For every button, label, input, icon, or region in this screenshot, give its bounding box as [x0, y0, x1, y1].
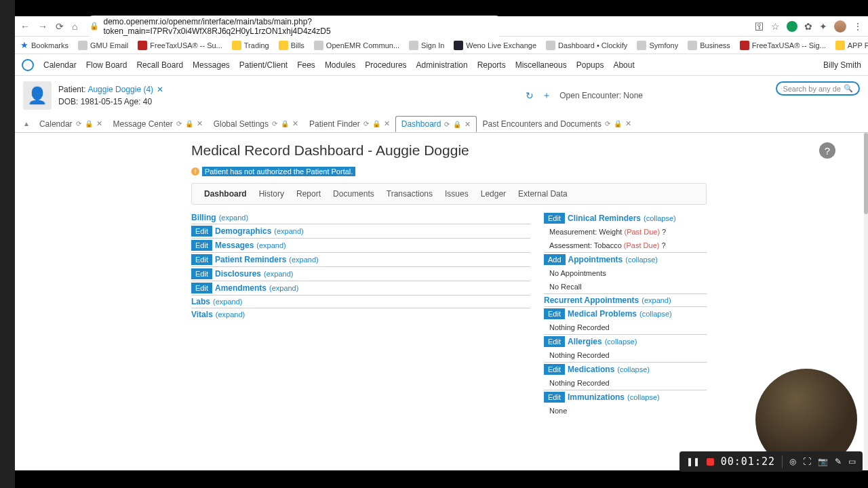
nav-misc[interactable]: Miscellaneous [515, 60, 567, 70]
section-title[interactable]: Immunizations [568, 392, 625, 402]
profile-avatar[interactable] [834, 20, 846, 33]
bookmark-item[interactable]: Symfony [637, 41, 678, 50]
tab-patient-finder[interactable]: Patient Finder ⟳ 🔒 ✕ [304, 116, 395, 131]
bookmark-item[interactable]: FreeTaxUSA® -- Su... [138, 41, 222, 50]
toggle-link[interactable]: (expand) [269, 284, 298, 292]
lock-icon[interactable]: 🔒 [281, 120, 289, 127]
tab-past-encounters-and-documents[interactable]: Past Encounters and Documents ⟳ 🔒 ✕ [477, 116, 636, 131]
lock-icon[interactable]: 🔒 [614, 120, 622, 127]
section-title[interactable]: Recurrent Appointments [544, 296, 639, 305]
subnav-report[interactable]: Report [296, 189, 321, 199]
nav-calendar[interactable]: Calendar [43, 60, 77, 70]
toggle-link[interactable]: (expand) [256, 241, 285, 249]
oemr-logo-icon[interactable] [22, 59, 34, 71]
toggle-link[interactable]: (expand) [216, 310, 245, 319]
close-icon[interactable]: ✕ [625, 119, 631, 128]
section-title[interactable]: Amendments [215, 283, 267, 293]
target-icon[interactable]: ◎ [789, 457, 796, 466]
nav-modules[interactable]: Modules [325, 60, 355, 70]
edit-button[interactable]: Edit [544, 213, 565, 224]
toggle-link[interactable]: (expand) [289, 256, 318, 264]
bookmark-item[interactable]: Business [688, 41, 730, 50]
close-icon[interactable]: ✕ [96, 119, 102, 128]
back-icon[interactable]: ← [20, 21, 30, 32]
edit-button[interactable]: Edit [544, 364, 565, 375]
star-icon[interactable]: ☆ [771, 21, 780, 32]
toggle-link[interactable]: (collapse) [644, 214, 676, 222]
nav-fees[interactable]: Fees [297, 60, 315, 70]
refresh-icon[interactable]: ⟳ [605, 120, 610, 127]
bookmark-item[interactable]: OpenEMR Commun... [314, 41, 399, 50]
close-icon[interactable]: ✕ [465, 120, 471, 129]
section-title[interactable]: Disclosures [215, 269, 261, 279]
toggle-link[interactable]: (collapse) [627, 393, 660, 401]
nav-flowboard[interactable]: Flow Board [86, 60, 127, 70]
nav-messages[interactable]: Messages [193, 60, 230, 70]
section-title[interactable]: Allergies [568, 337, 602, 346]
key-icon[interactable]: ⚿ [755, 21, 764, 32]
edit-button[interactable]: Edit [191, 283, 212, 293]
nav-recallboard[interactable]: Recall Board [136, 60, 183, 70]
section-title[interactable]: Labs [191, 297, 210, 306]
section-title[interactable]: Medications [568, 365, 614, 374]
pencil-icon[interactable]: ✎ [835, 457, 842, 466]
refresh-icon[interactable]: ⟳ [176, 120, 182, 127]
gear-icon[interactable]: ✿ [804, 21, 812, 32]
toggle-link[interactable]: (collapse) [625, 256, 658, 264]
tab-message-center[interactable]: Message Center ⟳ 🔒 ✕ [108, 116, 208, 131]
home-icon[interactable]: ⌂ [72, 21, 77, 32]
nav-administration[interactable]: Administration [416, 60, 468, 70]
toggle-link[interactable]: (collapse) [605, 338, 637, 346]
nav-patient[interactable]: Patient/Client [239, 60, 288, 70]
section-title[interactable]: Medical Problems [568, 309, 637, 319]
close-icon[interactable]: ✕ [197, 119, 203, 128]
section-title[interactable]: Clinical Reminders [568, 214, 641, 223]
current-user[interactable]: Billy Smith [823, 60, 861, 70]
nav-popups[interactable]: Popups [576, 60, 604, 70]
bookmark-item[interactable]: ★Bookmarks [20, 40, 68, 50]
bookmark-item[interactable]: Trading [232, 41, 269, 50]
section-title[interactable]: Billing [191, 213, 216, 222]
scrollbar[interactable] [864, 133, 868, 470]
bookmark-item[interactable]: FreeTaxUSA® -- Sig... [740, 41, 826, 50]
edit-button[interactable]: Edit [191, 254, 212, 265]
tab-dashboard[interactable]: Dashboard ⟳ 🔒 ✕ [395, 116, 477, 132]
patient-name-link[interactable]: Auggie Doggie (4) [87, 85, 153, 94]
section-title[interactable]: Appointments [568, 255, 623, 264]
lock-icon[interactable]: 🔒 [85, 120, 93, 127]
subnav-transactions[interactable]: Transactions [387, 189, 433, 199]
forward-icon[interactable]: → [38, 21, 47, 32]
help-icon[interactable]: ? [819, 142, 835, 159]
subnav-external data[interactable]: External Data [518, 189, 568, 199]
lock-icon[interactable]: 🔒 [372, 120, 380, 127]
subnav-issues[interactable]: Issues [445, 189, 469, 199]
subnav-dashboard[interactable]: Dashboard [204, 189, 247, 199]
reload-icon[interactable]: ⟳ [56, 21, 64, 32]
subnav-documents[interactable]: Documents [333, 189, 374, 199]
edit-button[interactable]: Edit [191, 226, 212, 237]
subnav-history[interactable]: History [259, 189, 284, 199]
add-encounter-icon[interactable]: ＋ [542, 89, 551, 102]
edit-button[interactable]: Edit [191, 240, 212, 251]
bookmark-item[interactable]: Weno Live Exchange [454, 41, 536, 50]
refresh-icon[interactable]: ⟳ [272, 120, 277, 127]
clear-patient-icon[interactable]: ✕ [157, 85, 163, 94]
extensions-icon[interactable]: ✦ [819, 21, 827, 32]
toggle-link[interactable]: (expand) [213, 298, 242, 306]
camera-icon[interactable]: 📷 [818, 457, 828, 466]
bookmark-item[interactable]: Sign In [409, 41, 444, 50]
extension-grammarly-icon[interactable] [787, 21, 797, 32]
nav-about[interactable]: About [613, 60, 634, 70]
edit-button[interactable]: Edit [544, 392, 565, 403]
tab-global-settings[interactable]: Global Settings ⟳ 🔒 ✕ [208, 116, 304, 131]
tab-calendar[interactable]: Calendar ⟳ 🔒 ✕ [34, 116, 108, 131]
bookmark-item[interactable]: Bills [279, 41, 304, 50]
section-title[interactable]: Vitals [191, 310, 213, 319]
section-title[interactable]: Demographics [215, 226, 271, 236]
search-input[interactable]: Search by any de 🔍 [776, 81, 860, 96]
close-icon[interactable]: ✕ [292, 119, 298, 128]
refresh-icon[interactable]: ⟳ [76, 120, 81, 127]
add-button[interactable]: Add [544, 254, 566, 265]
toggle-link[interactable]: (expand) [642, 296, 671, 304]
window-icon[interactable]: ▭ [848, 457, 856, 466]
